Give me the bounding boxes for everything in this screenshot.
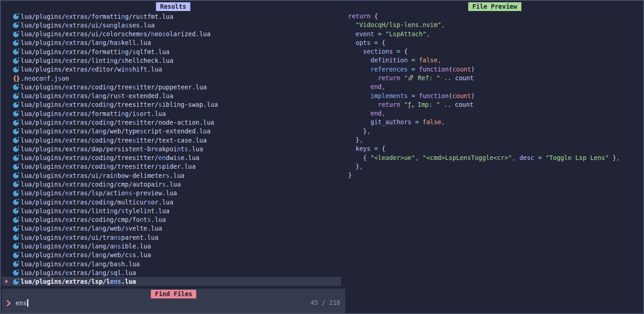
lua-icon [13, 110, 21, 117]
result-path: lua/plugins/extras/ui/transparent.lua [21, 234, 158, 241]
result-path: .neoconf.json [21, 75, 69, 82]
result-row[interactable]: lua/plugins/extras/coding/treesitter/nod… [2, 118, 341, 127]
result-row[interactable]: lua/plugins/extras/dap/persistent-breakp… [2, 144, 341, 153]
result-row[interactable]: lua/plugins/extras/lang/web/typescript-e… [2, 127, 341, 136]
result-row[interactable]: lua/plugins/extras/linting/shellcheck.lu… [2, 56, 341, 65]
text-cursor [27, 299, 28, 307]
lua-icon [13, 48, 21, 55]
lua-icon [13, 269, 21, 276]
file-preview-panel: File Preview return { "VidocqH/lsp-lens.… [345, 1, 644, 314]
results-list: lua/plugins/extras/formatting/rustfmt.lu… [2, 12, 344, 286]
result-row[interactable]: lua/plugins/extras/coding/treesitter/end… [2, 154, 341, 162]
result-row[interactable]: lua/plugins/extras/lang/ansible.lua [2, 242, 341, 250]
result-row[interactable]: lua/plugins/extras/coding/treesitter/pup… [2, 83, 341, 91]
prompt-input[interactable]: ens [6, 298, 28, 308]
result-path: lua/plugins/extras/coding/multicursor.lu… [21, 198, 173, 206]
prompt-bar[interactable]: Find Files ens 45 / 218 [2, 289, 345, 313]
lua-icon [13, 225, 21, 232]
lua-icon [13, 39, 21, 46]
result-path: lua/plugins/extras/coding/treesitter/nod… [21, 119, 214, 126]
code-line: git_authors = false, [348, 118, 620, 127]
code-line: return { [348, 12, 620, 21]
lua-icon [13, 22, 21, 28]
results-title-badge: Results [156, 2, 191, 11]
json-icon: {} [13, 75, 21, 82]
code-line: event = "LspAttach", [348, 30, 620, 39]
result-row[interactable]: lua/plugins/extras/lang/haskell.lua [2, 39, 341, 47]
result-path: lua/plugins/extras/formatting/sqlfmt.lua [21, 48, 169, 55]
lua-icon [13, 13, 21, 20]
code-line: references = function(count) [348, 65, 620, 74]
prompt-chevron-icon [6, 300, 11, 307]
result-row[interactable]: lua/plugins/extras/lsp/actions-preview.l… [2, 189, 341, 198]
result-row[interactable]: lua/plugins/extras/ui/colorschemes/neoso… [2, 30, 341, 39]
lua-icon [13, 216, 21, 223]
lua-icon [13, 198, 21, 205]
code-line: sections = { [348, 47, 620, 56]
result-path: lua/plugins/extras/lang/haskell.lua [21, 39, 151, 46]
result-row[interactable]: lua/plugins/extras/lang/web/css.lua [2, 251, 341, 259]
preview-code: return { "VidocqH/lsp-lens.nvim", event … [348, 12, 620, 180]
results-panel: Results lua/plugins/extras/formatting/ru… [1, 1, 345, 289]
result-row[interactable]: lua/plugins/extras/ui/rainbow-delimeters… [2, 171, 341, 180]
result-row[interactable]: lua/plugins/extras/formatting/sqlfmt.lua [2, 47, 341, 56]
code-line: end, [348, 83, 620, 91]
result-row[interactable]: lua/plugins/extras/linting/stylelint.lua [2, 206, 341, 215]
result-path: lua/plugins/extras/coding/cmp/autopairs.… [21, 181, 181, 188]
match-counter: 45 / 218 [311, 299, 340, 306]
lua-icon [13, 119, 21, 126]
code-line: }, [348, 162, 620, 171]
result-row[interactable]: lua/plugins/extras/coding/cmp/fonts.lua [2, 215, 341, 224]
result-path: lua/plugins/extras/lsp/actions-preview.l… [21, 189, 177, 197]
result-row[interactable]: lua/plugins/extras/coding/treesitter/sib… [2, 100, 341, 109]
code-line: "VidocqH/lsp-lens.nvim", [348, 21, 620, 29]
result-row[interactable]: lua/plugins/extras/coding/multicursor.lu… [2, 198, 341, 206]
lua-icon [13, 93, 21, 99]
result-row[interactable]: lua/plugins/extras/lang/rust-extended.lu… [2, 92, 341, 100]
result-path: lua/plugins/extras/lsp/lens.lua [21, 278, 136, 285]
lua-icon [13, 145, 21, 152]
result-row[interactable]: lua/plugins/extras/formatting/rustfmt.lu… [2, 12, 341, 21]
result-path: lua/plugins/extras/coding/treesitter/spi… [21, 163, 196, 170]
result-path: lua/plugins/extras/lang/bash.lua [21, 260, 140, 268]
result-path: lua/plugins/extras/coding/cmp/fonts.lua [21, 216, 166, 223]
result-row[interactable]: lua/plugins/extras/editor/winshift.lua [2, 65, 341, 74]
fx-icon: ƒx [408, 101, 414, 108]
code-line: definition = false, [348, 56, 620, 65]
result-path: lua/plugins/extras/coding/treesitter/tex… [21, 137, 207, 144]
result-row[interactable]: {}.neoconf.json [2, 74, 341, 83]
result-row[interactable]: lua/plugins/extras/coding/treesitter/tex… [2, 136, 341, 144]
result-path: lua/plugins/extras/dap/persistent-breakp… [21, 145, 203, 153]
result-path: lua/plugins/extras/formatting/rustfmt.lu… [21, 13, 173, 20]
result-path: lua/plugins/extras/ui/sunglasses.lua [21, 22, 155, 29]
code-line: } [348, 171, 620, 180]
result-row[interactable]: lua/plugins/extras/formatting/isort.lua [2, 109, 341, 118]
result-row[interactable]: lua/plugins/extras/lang/bash.lua [2, 259, 341, 268]
result-path: lua/plugins/extras/coding/treesitter/end… [21, 154, 199, 161]
code-line: { "<leader>ue", "<cmd>LspLensToggle<cr>"… [348, 154, 620, 162]
result-row[interactable]: lua/plugins/extras/ui/sunglasses.lua [2, 21, 341, 29]
lua-icon [13, 234, 21, 241]
lua-icon [13, 66, 21, 73]
lua-icon [13, 172, 21, 179]
result-row[interactable]: lua/plugins/extras/coding/cmp/autopairs.… [2, 180, 341, 188]
lua-icon [13, 260, 21, 267]
lua-icon [13, 137, 21, 143]
result-row[interactable]: lua/plugins/extras/coding/treesitter/spi… [2, 162, 341, 171]
lua-icon [13, 163, 21, 170]
code-line: return "ƒx Imp: " .. count [348, 100, 620, 109]
lua-icon [13, 181, 21, 187]
result-path: lua/plugins/extras/ui/rainbow-delimeters… [21, 172, 185, 179]
result-path: lua/plugins/extras/lang/sql.lua [21, 269, 136, 276]
result-row[interactable]: lua/plugins/extras/lang/sql.lua [2, 268, 341, 277]
code-line: end, [348, 109, 620, 118]
result-row[interactable]: lua/plugins/extras/ui/transparent.lua [2, 233, 341, 242]
result-path: lua/plugins/extras/linting/stylelint.lua [21, 207, 169, 215]
lua-icon [13, 190, 21, 197]
result-row[interactable]: lua/plugins/extras/lsp/lens.lua [2, 277, 341, 286]
result-path: lua/plugins/extras/lang/rust-extended.lu… [21, 92, 173, 99]
result-path: lua/plugins/extras/editor/winshift.lua [21, 66, 162, 73]
result-row[interactable]: lua/plugins/extras/lang/web/svelte.lua [2, 224, 341, 233]
result-path: lua/plugins/extras/formatting/isort.lua [21, 110, 166, 117]
result-path: lua/plugins/extras/lang/ansible.lua [21, 242, 151, 250]
